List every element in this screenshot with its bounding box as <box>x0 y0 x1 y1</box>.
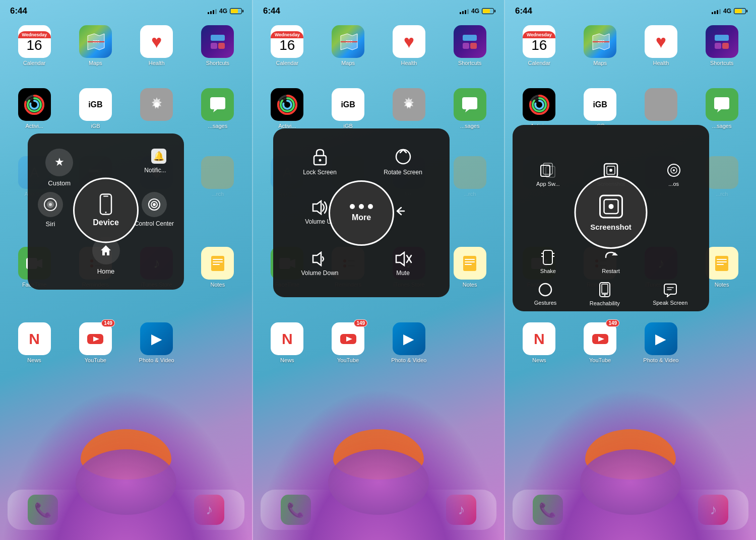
at-custom-1[interactable]: ★ Custom <box>45 149 73 187</box>
dock-music-3[interactable]: ♪ <box>698 495 728 525</box>
app-empty-1 <box>188 322 247 363</box>
app-calendar-1[interactable]: Wednesday 16 Calendar <box>5 25 64 66</box>
at-siri-1[interactable]: Siri <box>38 192 63 228</box>
app-notes-1[interactable]: Notes <box>188 247 247 288</box>
news-label-1: News <box>27 357 41 363</box>
at-app-switcher-3[interactable]: App Sw... <box>517 131 580 218</box>
at-ios-3[interactable]: ...os <box>642 131 705 218</box>
more-label-2: More <box>352 213 371 222</box>
maps-svg-1: 280 <box>85 32 105 52</box>
maps-label-1: Maps <box>89 60 102 66</box>
assistive-touch-overlay-2[interactable]: Lock Screen Rotate Screen Volume Up <box>273 128 450 297</box>
svg-marker-77 <box>396 252 404 265</box>
signal-icon-1 <box>208 8 217 14</box>
network-type-2: 4G <box>471 8 479 15</box>
at-notifications-1[interactable]: 🔔 Notific... <box>144 149 166 187</box>
maps-icon-1: 280 <box>79 25 112 58</box>
network-type-3: 4G <box>723 8 731 15</box>
app-row-5-panel1: N News 149 YouTube ▶ Photo & Video <box>5 322 247 363</box>
notes-icon-1 <box>201 247 234 280</box>
status-bar-2: 6:44 4G <box>253 6 504 16</box>
app-igb-1[interactable]: iGB iGB <box>66 88 124 129</box>
blob-purple-2 <box>328 449 429 515</box>
app-settings-1[interactable] <box>128 88 186 129</box>
youtube-badge-2: 149 <box>354 319 367 327</box>
svg-point-74 <box>396 150 410 164</box>
assistive-touch-overlay-1[interactable]: ★ Custom 🔔 Notific... Siri <box>28 133 184 290</box>
igb-icon-1: iGB <box>79 88 112 121</box>
signal-icon-2 <box>460 8 469 14</box>
signal-icon-3 <box>712 8 721 14</box>
health-label-1: Health <box>149 60 165 66</box>
app-messages-1[interactable]: ...sages <box>188 88 247 129</box>
svg-rect-39 <box>103 195 108 196</box>
at-screenshot-circle-3[interactable]: Screenshot <box>575 176 648 249</box>
photovideo-label-1: Photo & Video <box>139 357 174 363</box>
svg-point-118 <box>673 169 675 171</box>
battery-icon-1 <box>230 8 242 14</box>
svg-rect-22 <box>213 264 220 265</box>
svg-point-40 <box>105 212 107 213</box>
app-maps-1[interactable]: 280 Maps <box>66 25 124 66</box>
app-shortcuts-1[interactable]: Shortcuts <box>188 25 247 66</box>
status-indicators-2: 4G <box>460 8 494 15</box>
at-volume-down-2[interactable]: Volume Down <box>278 238 361 290</box>
app-row-2-panel2: Activi... iGB iGB ...sages <box>258 88 499 129</box>
svg-marker-109 <box>655 510 661 517</box>
app-photovideo-1[interactable]: ▶ Photo & Video <box>128 322 186 363</box>
status-bar-1: 6:44 4G <box>0 6 252 16</box>
app-health-1[interactable]: ♥ Health <box>128 25 186 66</box>
dock-phone-3[interactable]: 📞 <box>533 495 563 525</box>
app-row-1-panel2: Wednesday 16 Calendar 280 Maps ♥ Health <box>258 25 499 66</box>
at-control-center-1[interactable]: Control Center <box>135 192 174 228</box>
svg-point-125 <box>539 284 551 296</box>
status-bar-3: 6:44 4G <box>505 6 756 16</box>
phone-icon-1: 📞 <box>28 495 58 525</box>
at-speak-screen-3[interactable]: Speak Screen <box>653 282 687 306</box>
app-row-1-panel1: Wednesday 16 Calendar 280 Maps ♥ Health <box>5 25 247 66</box>
svg-rect-83 <box>715 35 729 41</box>
shortcuts-label-2: Shortcuts <box>458 60 481 66</box>
assistive-touch-overlay-3[interactable]: App Sw... Screenshot ...os <box>513 125 709 311</box>
svg-point-128 <box>604 295 605 296</box>
phone-panel-2: 6:44 4G Wednesday 16 Calendar <box>252 0 504 540</box>
at-lock-screen-2[interactable]: Lock Screen <box>278 136 361 187</box>
at-device-circle-1[interactable]: Device <box>73 177 139 243</box>
blob-purple-1 <box>76 449 176 515</box>
app-news-1[interactable]: N News <box>5 322 64 363</box>
blob-purple-3 <box>580 449 681 515</box>
at-mute-2[interactable]: Mute <box>361 238 445 290</box>
time-display-3: 6:44 <box>515 6 532 16</box>
dock-phone-1[interactable]: 📞 <box>28 495 58 525</box>
dock-music-2[interactable]: ♪ <box>446 495 476 525</box>
at-reachability-3[interactable]: Reachability <box>590 282 620 306</box>
youtube-badge-1: 149 <box>101 319 115 327</box>
notes-label-1: Notes <box>211 282 225 288</box>
at-rotate-screen-2[interactable]: Rotate Screen <box>361 136 445 187</box>
app-calendar-2[interactable]: Wednesday 16 Calendar <box>258 25 317 66</box>
shortcuts-icon-2 <box>454 25 486 58</box>
svg-rect-4 <box>211 43 217 49</box>
calendar-icon-1: Wednesday 16 <box>18 25 51 58</box>
app-youtube-1[interactable]: 149 YouTube <box>66 322 124 363</box>
screenshot-label-3: Screenshot <box>590 223 632 231</box>
dock-music-1[interactable]: ♪ <box>194 495 224 525</box>
svg-rect-21 <box>213 261 223 262</box>
svg-marker-75 <box>313 201 321 214</box>
app-shortcuts-2[interactable]: Shortcuts <box>440 25 499 66</box>
svg-rect-84 <box>715 43 721 49</box>
app-maps-2[interactable]: 280 Maps <box>319 25 377 66</box>
svg-rect-44 <box>463 35 477 41</box>
maps-label-2: Maps <box>341 60 355 66</box>
app-activity-1[interactable]: Activi... <box>5 88 64 129</box>
svg-rect-127 <box>602 284 608 293</box>
svg-rect-101 <box>717 264 724 265</box>
at-more-circle-2[interactable]: More <box>329 180 394 246</box>
dock-phone-2[interactable]: 📞 <box>281 495 311 525</box>
svg-point-115 <box>609 169 612 172</box>
svg-rect-100 <box>717 261 727 262</box>
at-gestures-3[interactable]: Gestures <box>534 282 557 306</box>
shortcuts-label-1: Shortcuts <box>206 60 229 66</box>
phone-panel-1: 6:44 4G Wednesday 16 Calendar <box>0 0 252 540</box>
app-health-2[interactable]: ♥ Health <box>380 25 438 66</box>
